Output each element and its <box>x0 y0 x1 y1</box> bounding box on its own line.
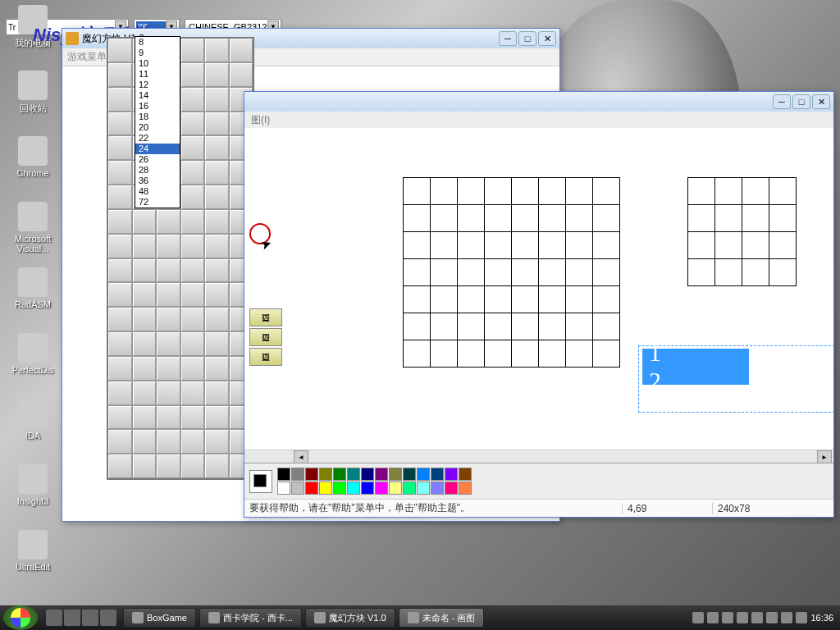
size-option[interactable]: 72 <box>135 197 180 208</box>
paint-toolbox: 🖼 🖼 🖼 <box>249 308 287 368</box>
quick-launch-icon[interactable] <box>82 609 98 626</box>
taskbar-task[interactable]: 西卡学院 - 西卡... <box>199 608 302 628</box>
palette-color[interactable] <box>375 482 388 495</box>
minimize-button[interactable]: ─ <box>773 94 791 109</box>
palette-color[interactable] <box>361 482 374 495</box>
size-option[interactable]: 22 <box>135 133 180 144</box>
palette-color[interactable] <box>277 482 290 495</box>
palette-color[interactable] <box>445 482 458 495</box>
maximize-button[interactable]: □ <box>792 94 810 109</box>
game-grid <box>107 37 254 480</box>
palette-color[interactable] <box>361 468 374 481</box>
palette-color[interactable] <box>459 468 472 481</box>
close-button[interactable]: ✕ <box>538 31 556 46</box>
canvas-grid-small <box>687 177 796 285</box>
tray-icon[interactable] <box>766 612 778 623</box>
palette-color[interactable] <box>403 482 416 495</box>
maximize-button[interactable]: □ <box>518 31 536 46</box>
desktop-icon[interactable]: Insight3 <box>8 464 57 506</box>
close-button[interactable]: ✕ <box>812 94 830 109</box>
menu-image[interactable]: 图(I) <box>251 113 270 127</box>
palette-color[interactable] <box>459 482 472 495</box>
palette-color[interactable] <box>305 468 318 481</box>
taskbar-task[interactable]: BoxGame <box>123 608 196 628</box>
tray-icon[interactable] <box>707 612 719 623</box>
text-selection[interactable]: 1 2 <box>638 345 833 413</box>
app-icon <box>18 333 48 363</box>
desktop-icon[interactable]: RadASM <box>8 267 57 309</box>
start-button[interactable] <box>3 605 38 630</box>
icon-label: 回收站 <box>8 103 57 115</box>
desktop-icon[interactable]: 回收站 <box>8 71 57 115</box>
app-icon <box>18 530 48 559</box>
taskbar-task[interactable]: 未命名 - 画图 <box>399 608 485 628</box>
palette-color[interactable] <box>431 468 444 481</box>
clock[interactable]: 16:36 <box>810 613 833 623</box>
size-option[interactable]: 20 <box>135 122 180 133</box>
size-option[interactable]: 11 <box>135 69 180 80</box>
size-option[interactable]: 9 <box>135 48 180 58</box>
tray-icon[interactable] <box>751 612 763 623</box>
current-color[interactable] <box>249 470 272 493</box>
palette-color[interactable] <box>347 468 360 481</box>
desktop-icon[interactable]: Microsoft Visual... <box>8 202 57 253</box>
desktop-icon[interactable]: Chrome <box>8 136 57 178</box>
desktop-icon[interactable]: UltraEdit <box>8 530 57 572</box>
size-option[interactable]: 8 <box>135 37 180 48</box>
paint-canvas[interactable]: 1 2 <box>294 128 830 436</box>
palette-color[interactable] <box>277 468 290 481</box>
tray-icon[interactable] <box>737 612 748 623</box>
size-option[interactable]: 28 <box>135 165 180 176</box>
quick-launch-icon[interactable] <box>100 609 116 626</box>
palette-color[interactable] <box>319 482 332 495</box>
quick-launch <box>41 609 121 626</box>
palette-color[interactable] <box>417 468 430 481</box>
palette-color[interactable] <box>305 482 318 495</box>
size-option[interactable]: 26 <box>135 154 180 165</box>
palette-color[interactable] <box>375 468 388 481</box>
size-option[interactable]: 12 <box>135 80 180 90</box>
size-option[interactable]: 48 <box>135 186 180 197</box>
palette-color[interactable] <box>347 482 360 495</box>
size-option[interactable]: 16 <box>135 101 180 112</box>
game-icon <box>66 32 79 45</box>
size-option[interactable]: 36 <box>135 176 180 186</box>
app-icon <box>18 202 48 231</box>
palette-color[interactable] <box>431 482 444 495</box>
text-content[interactable]: 1 2 <box>642 349 749 385</box>
tray-icon[interactable] <box>692 612 704 623</box>
desktop-icon[interactable]: PerfectDis <box>8 333 57 375</box>
palette-color[interactable] <box>445 468 458 481</box>
palette-color[interactable] <box>333 468 346 481</box>
tool-icon[interactable]: 🖼 <box>249 348 282 366</box>
tool-icon[interactable]: 🖼 <box>249 308 282 326</box>
tray-icon[interactable] <box>796 612 807 623</box>
palette-color[interactable] <box>389 468 402 481</box>
tray-icon[interactable] <box>781 612 792 623</box>
palette-color[interactable] <box>417 482 430 495</box>
taskbar: BoxGame西卡学院 - 西卡...魔幻方块 V1.0未命名 - 画图 16:… <box>0 605 840 630</box>
task-icon <box>132 612 144 623</box>
size-option[interactable]: 14 <box>135 90 180 101</box>
size-option[interactable]: 24 <box>135 144 180 154</box>
quick-launch-icon[interactable] <box>64 609 80 626</box>
palette-color[interactable] <box>389 482 402 495</box>
quick-launch-icon[interactable] <box>46 609 62 626</box>
taskbar-task[interactable]: 魔幻方块 V1.0 <box>305 608 395 628</box>
desktop-icon[interactable]: IDA <box>8 399 57 441</box>
system-tray: 16:36 <box>686 612 840 623</box>
palette-color[interactable] <box>291 468 304 481</box>
tool-icon[interactable]: 🖼 <box>249 328 282 346</box>
tray-icon[interactable] <box>722 612 733 623</box>
palette-color[interactable] <box>291 482 304 495</box>
app-icon <box>18 136 48 166</box>
palette-color[interactable] <box>333 482 346 495</box>
paint-titlebar[interactable]: ─ □ ✕ <box>244 92 833 112</box>
palette-color[interactable] <box>403 468 416 481</box>
size-option[interactable]: 10 <box>135 58 180 69</box>
horizontal-scrollbar[interactable] <box>244 450 833 463</box>
icon-label: RadASM <box>8 299 57 309</box>
minimize-button[interactable]: ─ <box>499 31 517 46</box>
size-option[interactable]: 18 <box>135 112 180 122</box>
palette-color[interactable] <box>319 468 332 481</box>
